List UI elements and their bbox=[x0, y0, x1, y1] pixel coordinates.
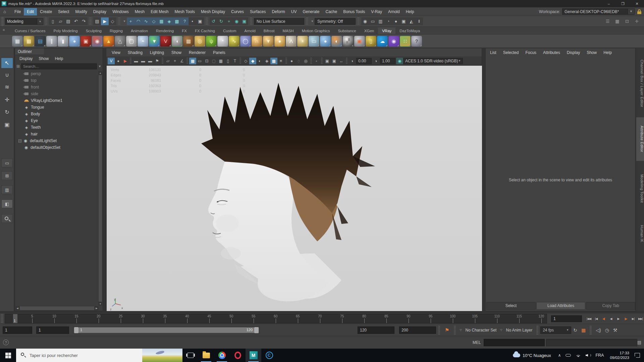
bookmark-icon[interactable]: ⚑ bbox=[154, 58, 161, 64]
viewport-menu-shading[interactable]: Shading bbox=[124, 50, 146, 55]
taskbar-chrome[interactable] bbox=[214, 349, 230, 362]
shelf-tab-vray[interactable]: VRay bbox=[378, 27, 395, 34]
filter-icon[interactable]: ⊞ bbox=[16, 64, 20, 69]
camera-attributes-icon[interactable]: ▬ bbox=[147, 58, 154, 64]
shelf-vray-sun-icon[interactable]: ☀ bbox=[297, 36, 308, 47]
exposure-icon-icon[interactable]: ◑ bbox=[348, 58, 356, 64]
expand-icon[interactable]: + bbox=[18, 139, 21, 142]
current-frame-field[interactable]: 1 bbox=[551, 315, 582, 322]
file-open-icon[interactable]: ▱ bbox=[57, 17, 64, 25]
field-chart-icon[interactable]: ▩ bbox=[217, 58, 224, 64]
shelf-vray-checker-icon[interactable]: ▞ bbox=[343, 36, 354, 47]
paint-select-tool[interactable]: ≋ bbox=[1, 82, 13, 92]
oblique-tool-icon[interactable]: ∠ bbox=[178, 58, 185, 64]
play-forwards-button[interactable]: ▶ bbox=[615, 315, 622, 322]
weather-cloud-icon[interactable] bbox=[513, 353, 520, 357]
range-slider[interactable]: 1 120 bbox=[73, 326, 260, 334]
shelf-vray-pyramid-wire-icon[interactable]: △ bbox=[115, 36, 125, 47]
shelf-vray-wrapper-icon[interactable]: ● bbox=[69, 36, 80, 47]
auto-key-icon[interactable]: ▦ bbox=[581, 327, 586, 333]
fps-select[interactable]: 24 fps▼ bbox=[540, 326, 571, 334]
shelf-tab-custom[interactable]: Custom bbox=[219, 27, 240, 34]
shelf-vray-plane-icon[interactable]: ▭ bbox=[309, 36, 319, 47]
shelf-vray-mtl-sphere-icon[interactable]: ◐ bbox=[331, 36, 342, 47]
color-managed-icon-icon[interactable]: ◉ bbox=[396, 58, 403, 64]
shelf-vray-softbox-icon[interactable]: ▢ bbox=[126, 36, 137, 47]
clock[interactable]: 17:33 09/02/2023 bbox=[610, 351, 629, 360]
layout-single[interactable]: ▭ bbox=[1, 159, 13, 167]
shelf-vray-blend-spheres-icon[interactable]: ◉ bbox=[92, 36, 103, 47]
use-all-lights-icon[interactable]: ◈ bbox=[263, 58, 270, 64]
script-editor-icon[interactable]: ▤ bbox=[637, 340, 641, 345]
shelf-vray-render-frame-icon[interactable]: ▣ bbox=[354, 36, 365, 47]
anti-alias-icon[interactable]: ◌ bbox=[295, 58, 302, 64]
render-view-icon[interactable]: ◉ bbox=[361, 17, 369, 25]
range-end-handle[interactable] bbox=[254, 327, 259, 333]
viewport-menu-lighting[interactable]: Lighting bbox=[147, 50, 167, 55]
shelf-tab-curves-surfaces[interactable]: Curves / Surfaces bbox=[11, 27, 49, 34]
shelf-vray-dome-selected-icon[interactable]: ◖ bbox=[172, 36, 182, 47]
shelf-menu-icon[interactable]: ≡ bbox=[3, 28, 8, 33]
shelf-vray-sphere-light-icon[interactable]: ● bbox=[274, 36, 285, 47]
shelf-tab-mash[interactable]: MASH bbox=[278, 27, 298, 34]
outliner-item-eye[interactable]: ◈Eye bbox=[15, 117, 103, 124]
pause-viewport-icon[interactable]: ‖ bbox=[415, 17, 423, 25]
file-save-icon[interactable]: ▤ bbox=[64, 17, 72, 25]
shelf-tab-daztomaya[interactable]: DazToMaya bbox=[395, 27, 424, 34]
snap-surface-icon[interactable]: ▦ bbox=[158, 17, 165, 25]
play-backwards-button[interactable]: ◀ bbox=[607, 315, 614, 322]
shelf-tab-sculpting[interactable]: Sculpting bbox=[82, 27, 106, 34]
layout-zoom[interactable] bbox=[1, 214, 13, 223]
character-set-arrow[interactable]: ▽ bbox=[460, 328, 462, 331]
outliner-item-side[interactable]: side bbox=[15, 90, 103, 97]
select-button[interactable]: Select bbox=[486, 302, 536, 310]
menu-mesh-tools[interactable]: Mesh Tools bbox=[172, 8, 198, 15]
outliner-item-vraylightdome1[interactable]: VRayLightDome1 bbox=[15, 97, 103, 104]
taskbar-search-input[interactable] bbox=[30, 353, 117, 358]
attr-menu-help[interactable]: Help bbox=[600, 50, 615, 56]
playback-start-field[interactable]: 1 bbox=[36, 326, 69, 334]
contrast-icon-icon[interactable]: ◑ bbox=[372, 58, 379, 64]
attr-menu-display[interactable]: Display bbox=[564, 50, 583, 56]
rotate-tool[interactable]: ↻ bbox=[1, 107, 13, 117]
viewport-menu-panels[interactable]: Panels bbox=[210, 50, 229, 55]
snap-help-icon[interactable]: ? bbox=[181, 17, 189, 25]
menu-file[interactable]: File bbox=[11, 8, 24, 15]
shelf-vrmesh-export-folder-icon[interactable]: ▦ bbox=[23, 36, 34, 47]
loop-playback-icon[interactable]: ↻ bbox=[573, 327, 577, 333]
anim-layer-arrow[interactable]: ▽ bbox=[500, 328, 502, 331]
select-tool[interactable]: ↖ bbox=[1, 58, 13, 68]
shelf-vray-hair-curve-icon[interactable]: ∿ bbox=[229, 36, 239, 47]
render-sequence-icon[interactable]: ▣ bbox=[400, 17, 408, 25]
scale-tool[interactable]: ▣ bbox=[1, 120, 13, 130]
shelf-vray-sphere-blue-icon[interactable]: ● bbox=[320, 36, 331, 47]
shelf-vray-geo-sphere-icon[interactable]: ◯ bbox=[240, 36, 251, 47]
viewport-menu-view[interactable]: View bbox=[108, 50, 124, 55]
resolution-gate-icon[interactable]: ⊡ bbox=[203, 58, 210, 64]
step-forward-frame-button[interactable]: |▶ bbox=[622, 315, 629, 322]
vray-frame-buffer-icon[interactable]: V bbox=[108, 58, 115, 64]
ipr-render-icon[interactable]: ▥ bbox=[377, 17, 384, 25]
notification-center-icon[interactable] bbox=[635, 353, 640, 358]
shelf-vray-cloud-icon[interactable]: ☁ bbox=[377, 36, 388, 47]
shelf-tab-poly-modeling[interactable]: Poly Modeling bbox=[49, 27, 82, 34]
exposure-reset-icon[interactable]: ↔ bbox=[338, 58, 345, 64]
depth-of-field-icon[interactable]: ◎ bbox=[302, 58, 309, 64]
gate-mask-icon[interactable]: ▢ bbox=[210, 58, 217, 64]
xray-joints-icon[interactable]: ▣ bbox=[331, 58, 338, 64]
select-camera-icon[interactable]: ▬ bbox=[132, 58, 140, 64]
shelf-vrmesh-export-icon[interactable]: ▦ bbox=[12, 36, 23, 47]
attr-menu-show[interactable]: Show bbox=[584, 50, 600, 56]
minimize-button[interactable]: – bbox=[602, 0, 616, 7]
tool-settings-toggle-icon[interactable]: ⊡ bbox=[623, 17, 631, 25]
drag-handle[interactable] bbox=[1, 17, 4, 26]
outliner-menu-show[interactable]: Show bbox=[36, 56, 51, 61]
select-component-icon[interactable]: ◇ bbox=[109, 17, 116, 25]
motion-blur-icon[interactable]: ● bbox=[288, 58, 295, 64]
snap-curve-icon[interactable]: ◠ bbox=[135, 17, 142, 25]
step-back-frame-button[interactable]: ◀| bbox=[600, 315, 607, 322]
close-button[interactable]: ✕ bbox=[630, 0, 644, 7]
menu-bonus-tools[interactable]: Bonus Tools bbox=[340, 8, 368, 15]
menu-create[interactable]: Create bbox=[37, 8, 55, 15]
side-tab-attribute-editor[interactable]: Attribute Editor bbox=[636, 117, 644, 161]
